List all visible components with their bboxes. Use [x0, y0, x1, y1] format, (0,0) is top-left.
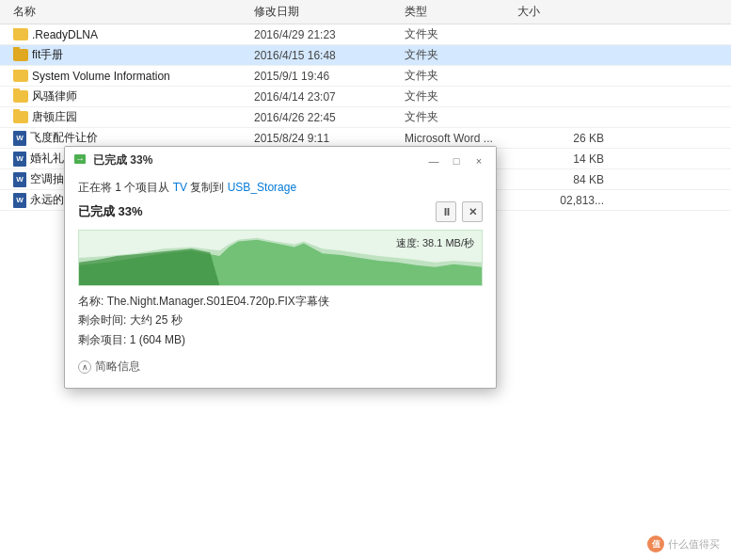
file-date: 2016/4/26 22:45 — [254, 111, 405, 124]
doc-icon: W — [13, 172, 26, 187]
chevron-up-icon: ∧ — [78, 360, 91, 374]
dialog-titlebar: → 已完成 33% — □ × — [65, 147, 496, 172]
file-name-cell: .ReadyDLNA — [0, 28, 254, 41]
table-row[interactable]: fit手册 2016/4/15 16:48 文件夹 — [0, 45, 731, 66]
folder-icon — [13, 111, 28, 123]
watermark-text: 什么值得买 — [668, 537, 720, 552]
file-name: System Volume Information — [32, 70, 170, 83]
transfer-info: 正在将 1 个项目从 TV 复制到 USB_Storage — [78, 180, 483, 196]
file-date: 2015/9/1 19:46 — [254, 70, 405, 83]
col-size-header[interactable]: 大小 — [517, 4, 612, 20]
watermark-logo: 值 — [647, 536, 664, 552]
table-row[interactable]: System Volume Information 2015/9/1 19:46… — [0, 66, 731, 87]
file-details: 名称: The.Night.Manager.S01E04.720p.FIX字幕侠… — [78, 292, 483, 349]
doc-icon: W — [13, 131, 26, 146]
svg-marker-2 — [79, 248, 219, 285]
minimize-button[interactable]: — — [424, 153, 443, 168]
progress-percent: 已完成 33% — [78, 203, 143, 220]
cancel-button[interactable]: ✕ — [462, 201, 483, 222]
file-type: 文件夹 — [405, 88, 517, 104]
dialog-body: 正在将 1 个项目从 TV 复制到 USB_Storage 已完成 33% ⏸ … — [65, 172, 496, 388]
file-name: 飞度配件让价 — [30, 130, 98, 146]
dialog-controls: — □ × — [424, 153, 488, 168]
items-left-label: 剩余项目: — [78, 333, 126, 346]
progress-bar-container: 速度: 38.1 MB/秒 — [78, 230, 483, 286]
time-left-value: 大约 25 秒 — [130, 313, 183, 327]
file-name-detail: 名称: The.Night.Manager.S01E04.720p.FIX字幕侠 — [78, 292, 483, 311]
file-type: 文件夹 — [405, 26, 517, 42]
items-left-detail: 剩余项目: 1 (604 MB) — [78, 330, 483, 349]
col-type-header[interactable]: 类型 — [405, 4, 517, 20]
file-explorer: 名称 修改日期 类型 大小 .ReadyDLNA 2016/4/29 21:23… — [0, 0, 731, 560]
progress-actions: ⏸ ✕ — [436, 201, 483, 222]
maximize-button[interactable]: □ — [447, 153, 466, 168]
col-date-header[interactable]: 修改日期 — [254, 4, 405, 20]
items-left-value: 1 (604 MB) — [130, 333, 185, 346]
table-header: 名称 修改日期 类型 大小 — [0, 0, 731, 24]
file-date: 2015/8/24 9:11 — [254, 132, 405, 145]
doc-icon: W — [13, 193, 26, 208]
file-size: 14 KB — [517, 152, 612, 166]
file-name: fit手册 — [32, 47, 63, 63]
file-type: 文件夹 — [405, 68, 517, 84]
file-name-value: The.Night.Manager.S01E04.720p.FIX字幕侠 — [107, 295, 329, 308]
folder-icon — [13, 49, 28, 61]
file-date: 2016/4/14 23:07 — [254, 90, 405, 104]
pause-button[interactable]: ⏸ — [436, 201, 456, 222]
file-type: Microsoft Word ... — [405, 132, 517, 145]
file-name-cell: 唐顿庄园 — [0, 109, 254, 125]
time-left-label: 剩余时间: — [78, 313, 126, 327]
folder-icon — [13, 28, 28, 40]
col-name-header[interactable]: 名称 — [0, 4, 254, 20]
file-size: 02,813... — [517, 194, 612, 207]
time-left-detail: 剩余时间: 大约 25 秒 — [78, 311, 483, 329]
simple-info-toggle[interactable]: ∧ 简略信息 — [78, 359, 483, 375]
file-name-label: 名称: — [78, 295, 103, 308]
simple-info-label: 简略信息 — [95, 359, 140, 375]
file-name-cell: 风骚律师 — [0, 88, 254, 104]
transfer-from-link[interactable]: TV — [173, 181, 187, 194]
dialog-title: 已完成 33% — [93, 152, 152, 168]
speed-label: 速度: 38.1 MB/秒 — [396, 236, 474, 250]
file-date: 2016/4/15 16:48 — [254, 49, 405, 62]
progress-label: 已完成 33% ⏸ ✕ — [78, 201, 483, 222]
table-row[interactable]: 风骚律师 2016/4/14 23:07 文件夹 — [0, 87, 731, 107]
watermark: 值 什么值得买 — [647, 536, 720, 552]
file-date: 2016/4/29 21:23 — [254, 28, 405, 41]
table-row[interactable]: 唐顿庄园 2016/4/26 22:45 文件夹 — [0, 107, 731, 128]
file-size: 26 KB — [517, 132, 612, 145]
doc-icon: W — [13, 152, 26, 167]
dialog-title-left: → 已完成 33% — [74, 152, 152, 168]
table-row[interactable]: .ReadyDLNA 2016/4/29 21:23 文件夹 — [0, 24, 731, 45]
folder-icon — [13, 90, 28, 103]
close-button[interactable]: × — [469, 153, 488, 168]
file-name: 唐顿庄园 — [32, 109, 77, 125]
copy-icon: → — [74, 154, 87, 168]
folder-icon — [13, 70, 28, 82]
file-name-cell: fit手册 — [0, 47, 254, 63]
file-type: 文件夹 — [405, 47, 517, 63]
file-name-cell: System Volume Information — [0, 70, 254, 83]
file-name-cell: W 飞度配件让价 — [0, 130, 254, 146]
file-name: .ReadyDLNA — [32, 28, 98, 41]
transfer-to-link[interactable]: USB_Storage — [228, 181, 296, 194]
progress-dialog: → 已完成 33% — □ × 正在将 1 个项目从 TV 复制到 USB_St… — [64, 146, 497, 389]
file-size: 84 KB — [517, 173, 612, 186]
file-type: 文件夹 — [405, 109, 517, 125]
file-name: 风骚律师 — [32, 88, 77, 104]
